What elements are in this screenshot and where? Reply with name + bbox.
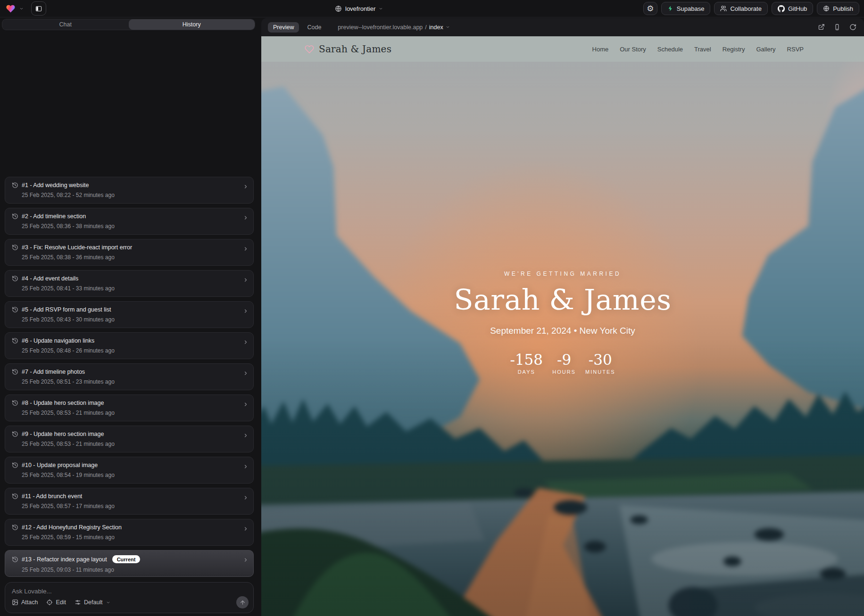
history-clock-icon [12, 182, 18, 189]
settings-button[interactable]: ⚙ [643, 2, 657, 15]
history-clock-icon [12, 213, 18, 220]
github-button[interactable]: GitHub [772, 2, 813, 15]
current-badge: Current [112, 555, 141, 563]
mode-chevron-down-icon [106, 600, 110, 605]
attach-button[interactable]: Attach [12, 599, 38, 606]
tab-chat[interactable]: Chat [2, 19, 129, 30]
nav-link[interactable]: Gallery [756, 46, 775, 53]
history-item-title: #9 - Update hero section image [22, 431, 104, 437]
nav-link[interactable]: Home [592, 46, 609, 53]
tab-history[interactable]: History [129, 19, 255, 30]
lovable-logo-icon[interactable] [6, 4, 16, 13]
mobile-view-icon[interactable] [834, 24, 840, 31]
nav-link[interactable]: RSVP [787, 46, 804, 53]
edit-button[interactable]: Edit [46, 599, 66, 606]
site-brand[interactable]: Sarah & James [305, 43, 391, 55]
github-icon [778, 5, 785, 12]
nav-link[interactable]: Our Story [620, 46, 646, 53]
publish-globe-icon [823, 5, 830, 12]
website-preview: Sarah & James HomeOur StoryScheduleTrave… [261, 36, 864, 616]
history-item-title: #2 - Add timeline section [22, 213, 86, 220]
refresh-icon[interactable] [849, 24, 856, 31]
history-clock-icon [12, 556, 18, 563]
history-item[interactable]: #11 - Add brunch event 25 Feb 2025, 08:5… [5, 488, 254, 515]
history-item[interactable]: #13 - Refactor index page layout Current… [5, 550, 254, 577]
chevron-right-icon [243, 246, 249, 252]
history-clock-icon [12, 306, 18, 313]
history-item-title: #13 - Refactor index page layout [22, 556, 107, 563]
history-item[interactable]: #5 - Add RSVP form and guest list 25 Feb… [5, 301, 254, 328]
project-switcher[interactable]: lovefrontier [335, 0, 383, 17]
tab-code[interactable]: Code [302, 22, 326, 33]
open-external-icon[interactable] [818, 24, 825, 31]
publish-button[interactable]: Publish [817, 2, 859, 15]
hero-content: WE'RE GETTING MARRIED Sarah & James Sept… [261, 271, 864, 375]
project-chevron-down-icon [379, 7, 383, 11]
preview-url-selector[interactable]: preview--lovefrontier.lovable.app / inde… [338, 24, 449, 31]
collaborate-button[interactable]: Collaborate [714, 2, 768, 15]
arrow-up-icon [240, 600, 246, 606]
project-globe-icon [335, 5, 342, 12]
chevron-right-icon [243, 557, 249, 563]
history-item-timestamp: 25 Feb 2025, 08:36 - 38 minutes ago [22, 223, 247, 230]
preview-pane: Preview Code preview--lovefrontier.lovab… [261, 18, 864, 616]
history-item[interactable]: #9 - Update hero section image 25 Feb 20… [5, 426, 254, 452]
nav-link[interactable]: Schedule [657, 46, 683, 53]
composer-actions: Attach Edit Default [12, 596, 249, 608]
tab-preview[interactable]: Preview [268, 22, 299, 33]
chevron-right-icon [243, 402, 249, 407]
countdown-column: -158 DAYS [510, 352, 543, 375]
history-item-row: #9 - Update hero section image [12, 431, 247, 437]
history-clock-icon [12, 400, 18, 406]
history-item-title: #5 - Add RSVP form and guest list [22, 306, 111, 313]
history-item-row: #1 - Add wedding website [12, 182, 247, 189]
history-item-timestamp: 25 Feb 2025, 09:03 - 11 minutes ago [22, 567, 247, 573]
history-item-timestamp: 25 Feb 2025, 08:57 - 17 minutes ago [22, 503, 247, 509]
history-clock-icon [12, 369, 18, 375]
history-item[interactable]: #10 - Update proposal image 25 Feb 2025,… [5, 457, 254, 484]
history-clock-icon [12, 275, 18, 282]
history-item-timestamp: 25 Feb 2025, 08:51 - 23 minutes ago [22, 378, 247, 385]
history-item-row: #8 - Update hero section image [12, 400, 247, 406]
history-item-timestamp: 25 Feb 2025, 08:54 - 19 minutes ago [22, 472, 247, 478]
nav-link[interactable]: Travel [694, 46, 711, 53]
chevron-right-icon [243, 495, 249, 501]
history-item[interactable]: #7 - Add timeline photos 25 Feb 2025, 08… [5, 363, 254, 390]
supabase-button[interactable]: Supabase [661, 2, 711, 15]
history-item-title: #7 - Add timeline photos [22, 369, 85, 375]
send-button[interactable] [236, 596, 249, 608]
countdown-column: -30 MINUTES [585, 352, 615, 375]
workspace-chevron-down-icon[interactable] [19, 7, 24, 11]
history-item-row: #2 - Add timeline section [12, 213, 247, 220]
nav-link[interactable]: Registry [723, 46, 745, 53]
chevron-right-icon [243, 308, 249, 314]
sidebar: Chat History #1 - Add wedding website 25… [0, 18, 258, 616]
history-item[interactable]: #6 - Update navigation links 25 Feb 2025… [5, 332, 254, 359]
history-item[interactable]: #12 - Add Honeyfund Registry Section 25 … [5, 519, 254, 546]
history-item-row: #12 - Add Honeyfund Registry Section [12, 524, 247, 531]
history-item-timestamp: 25 Feb 2025, 08:43 - 30 minutes ago [22, 316, 247, 323]
history-item-title: #12 - Add Honeyfund Registry Section [22, 524, 122, 531]
history-clock-icon [12, 462, 18, 468]
history-item[interactable]: #4 - Add event details 25 Feb 2025, 08:4… [5, 270, 254, 297]
mode-selector[interactable]: Default [75, 599, 110, 606]
history-item-row: #3 - Fix: Resolve Lucide-react import er… [12, 244, 247, 251]
sliders-icon [75, 599, 81, 606]
history-item[interactable]: #3 - Fix: Resolve Lucide-react import er… [5, 239, 254, 266]
countdown-value: -158 [510, 352, 543, 368]
history-item[interactable]: #2 - Add timeline section 25 Feb 2025, 0… [5, 208, 254, 235]
history-item[interactable]: #8 - Update hero section image 25 Feb 20… [5, 394, 254, 421]
history-item-timestamp: 25 Feb 2025, 08:48 - 26 minutes ago [22, 347, 247, 354]
ask-lovable-input[interactable] [5, 583, 253, 595]
chevron-right-icon [243, 526, 249, 532]
history-clock-icon [12, 244, 18, 251]
preview-url-separator: / [425, 24, 426, 31]
history-item[interactable]: #1 - Add wedding website 25 Feb 2025, 08… [5, 177, 254, 204]
chevron-right-icon [243, 215, 249, 221]
panel-left-icon [35, 5, 42, 12]
toggle-sidebar-button[interactable] [31, 1, 46, 16]
edit-target-icon [46, 599, 53, 606]
preview-url-host: preview--lovefrontier.lovable.app [338, 24, 423, 31]
history-item-title: #4 - Add event details [22, 275, 78, 282]
topbar-actions: ⚙ Supabase Collaborate GitHub Publish [643, 2, 859, 15]
